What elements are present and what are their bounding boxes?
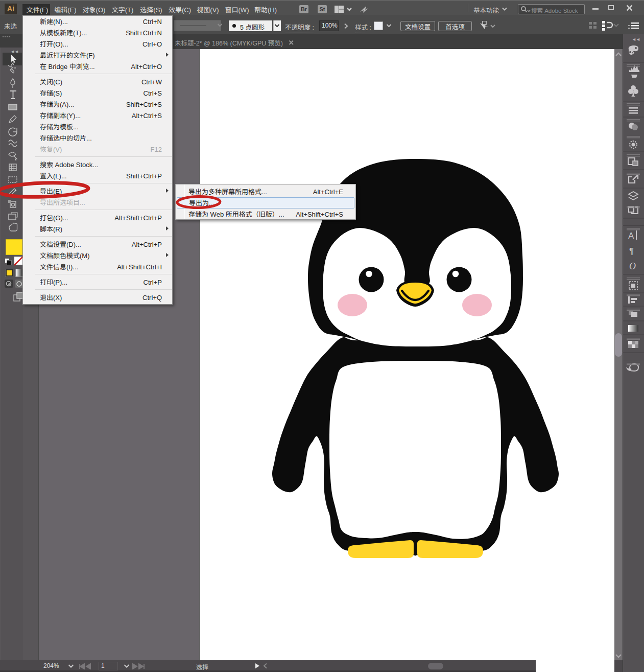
svg-text:¶: ¶: [629, 246, 634, 256]
svg-text:A: A: [628, 231, 634, 241]
svg-text:O: O: [629, 261, 636, 271]
